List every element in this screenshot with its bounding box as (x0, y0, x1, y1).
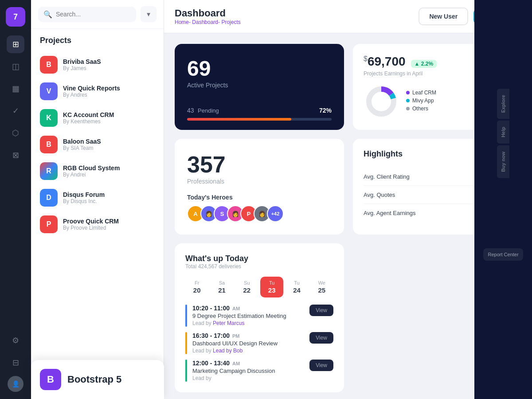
event-bar-2 (185, 332, 187, 354)
event-view-btn-2[interactable]: View (309, 332, 333, 344)
earnings-badge: ▲ 2.2% (411, 60, 437, 68)
event-lead-link-1[interactable]: Peter Marcus (213, 320, 244, 326)
currency-symbol: $ (364, 55, 368, 63)
pending-percentage: 72% (319, 107, 332, 114)
project-name: KC Account CRM (63, 111, 155, 118)
pending-label: Pending (198, 107, 219, 114)
event-view-btn-3[interactable]: View (309, 360, 333, 371)
project-logo-kc: K (40, 109, 58, 127)
project-logo-briviba: B (40, 56, 58, 74)
event-bar-1 (185, 305, 187, 327)
project-item-briviba[interactable]: B Briviba SaaS By James (31, 51, 164, 78)
sidebar-icon-layers[interactable]: ◫ (7, 58, 24, 75)
user-number-badge[interactable]: 7 (6, 7, 25, 27)
pending-count: 43 (187, 107, 194, 114)
sidebar-icon-briefcase[interactable]: ⊠ (7, 146, 24, 164)
explore-tab[interactable]: Explore (497, 89, 509, 119)
calendar-days: Fr 20 Sa 21 Su 22 Tu 23 Tu 24 (185, 277, 333, 297)
project-item-baloon[interactable]: B Baloon SaaS By SIA Team (31, 131, 164, 158)
help-tab[interactable]: Help (497, 121, 509, 144)
legend-items: Leaf CRM Mivy App Others (406, 90, 485, 113)
bootstrap-icon: B (40, 369, 61, 390)
event-lead-3: Lead by (192, 375, 275, 381)
event-view-btn-1[interactable]: View (309, 305, 333, 316)
event-item-1: 10:20 - 11:00 AM 9 Degree Project Estima… (185, 305, 333, 327)
sidebar-icon-check[interactable]: ✓ (7, 102, 24, 120)
calendar-section: What's up Today Total 424,567 deliveries… (175, 243, 344, 392)
project-item-kc[interactable]: K KC Account CRM By Keenthemes (31, 105, 164, 131)
legend-item-mivy: Mivy App (406, 98, 485, 104)
bootstrap-text: Bootstrap 5 (67, 374, 121, 385)
project-name: Disqus Forum (63, 191, 155, 198)
project-item-vine[interactable]: V Vine Quick Reports By Andres (31, 78, 164, 105)
event-title-1: 9 Degree Project Estimation Meeting (192, 313, 286, 319)
donut-chart (364, 84, 399, 119)
cal-day-24[interactable]: Tu 24 (285, 277, 308, 297)
professionals-count: 357 (187, 151, 332, 178)
professionals-label: Professionals (187, 178, 332, 185)
sidebar-icon-chart[interactable]: ▦ (7, 80, 24, 98)
project-name: Briviba SaaS (63, 58, 155, 65)
project-logo-rgb: R (40, 162, 58, 180)
sidebar-icon-stack[interactable]: ⬡ (7, 124, 24, 142)
hero-avatar-more: +42 (267, 205, 284, 222)
sidebar: 7 ⊞ ◫ ▦ ✓ ⬡ ⊠ ⚙ ⊟ 👤 (0, 0, 31, 399)
main-content: Dashboard Home- Dashboard- Projects New … (164, 0, 532, 399)
sidebar-bottom: ⚙ ⊟ 👤 (7, 332, 24, 392)
sidebar-icon-grid[interactable]: ⊞ (7, 35, 24, 53)
project-by: By Keenthemes (63, 118, 155, 125)
project-list: B Briviba SaaS By James V Vine Quick Rep… (31, 50, 164, 399)
project-logo-disqus: D (40, 189, 58, 207)
bootstrap-overlay: B Bootstrap 5 (31, 360, 164, 399)
right-panel: Explore Help Buy now Report Center (474, 0, 532, 399)
projects-panel: 🔍 ▼ Projects B Briviba SaaS By James V V… (31, 0, 164, 399)
filter-button[interactable]: ▼ (141, 6, 156, 22)
event-lead-2: Lead by Lead by Bob (192, 348, 278, 354)
sidebar-icon-settings[interactable]: ⚙ (7, 332, 24, 349)
event-lead-1: Lead by Peter Marcus (192, 320, 286, 326)
whatsup-subtitle: Total 424,567 deliveries (185, 263, 333, 270)
project-by: By Andrei (63, 172, 155, 178)
project-item-rgb[interactable]: R RGB Cloud System By Andrei (31, 158, 164, 184)
project-logo-proove: P (40, 215, 58, 233)
cal-day-22[interactable]: Su 22 (235, 277, 258, 297)
project-by: By Disqus Inc. (63, 198, 155, 204)
project-name: RGB Cloud System (63, 164, 155, 172)
event-bar-3 (185, 360, 187, 382)
cal-day-23-today[interactable]: Tu 23 (260, 277, 283, 297)
avatar[interactable]: 👤 (8, 376, 23, 392)
projects-title: Projects (31, 29, 164, 50)
project-name: Vine Quick Reports (63, 85, 155, 92)
search-icon: 🔍 (43, 10, 52, 19)
search-bar: 🔍 ▼ (31, 0, 164, 29)
search-input-wrap[interactable]: 🔍 (38, 7, 136, 22)
event-lead-link-2[interactable]: Lead by Bob (213, 348, 243, 354)
project-logo-vine: V (40, 82, 58, 100)
heroes-section: Today's Heroes A 👩 S 👩 P 👩 +42 (187, 194, 332, 222)
professionals-card: 357 Professionals Today's Heroes A 👩 S 👩… (175, 139, 344, 235)
project-by: By Proove Limited (63, 225, 155, 231)
report-center-button[interactable]: Report Center (483, 248, 523, 261)
event-time-1: 10:20 - 11:00 AM (192, 305, 286, 312)
breadcrumb: Home- Dashboard- Projects (175, 19, 241, 25)
event-item-3: 12:00 - 13:40 AM Marketing Campaign Disc… (185, 360, 333, 382)
hero-avatars: A 👩 S 👩 P 👩 +42 (187, 205, 332, 222)
project-by: By SIA Team (63, 145, 155, 151)
cal-day-20[interactable]: Fr 20 (185, 277, 208, 297)
earnings-amount: $69,700 (364, 55, 406, 69)
event-time-2: 16:30 - 17:00 PM (192, 332, 278, 339)
project-item-proove[interactable]: P Proove Quick CRM By Proove Limited (31, 211, 164, 238)
buynow-tab[interactable]: Buy now (497, 145, 509, 178)
project-name: Proove Quick CRM (63, 218, 155, 225)
cal-day-21[interactable]: Sa 21 (210, 277, 233, 297)
pending-row: 43 Pending 72% (187, 106, 332, 114)
sidebar-icon-grid2[interactable]: ⊟ (7, 354, 24, 372)
search-input[interactable] (56, 11, 131, 18)
new-user-button[interactable]: New User (419, 8, 468, 25)
cal-day-25[interactable]: We 25 (310, 277, 333, 297)
project-item-disqus[interactable]: D Disqus Forum By Disqus Inc. (31, 184, 164, 211)
active-projects-label: Active Projects (187, 82, 332, 89)
legend-item-leaf: Leaf CRM (406, 90, 485, 96)
event-item-2: 16:30 - 17:00 PM Dashboard UI/UX Design … (185, 332, 333, 354)
active-projects-card: 69 Active Projects 43 Pending 72% (175, 44, 344, 130)
